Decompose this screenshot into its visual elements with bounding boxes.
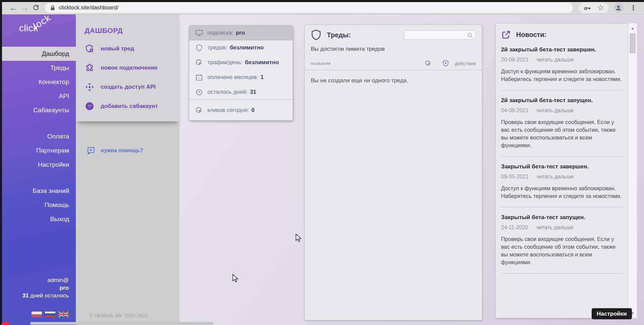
clicklock-logo[interactable]: clicklock (0, 14, 76, 40)
threads-column-header: название действия (311, 60, 476, 67)
account-info: admin@ pro 31 дней осталось (22, 276, 69, 299)
news-date: 04-08-2021 (501, 108, 529, 114)
news-item-title: Закрытый бета-тест запущен. (501, 214, 623, 221)
url-bar[interactable]: clicklock.site/dashboard/ (45, 3, 573, 13)
news-item-title: 2й закрытый бета-тест завершен. (501, 46, 623, 53)
action-label: новое подключение (101, 65, 158, 71)
bookmark-star-icon[interactable]: ☆ (597, 4, 604, 11)
read-more-link[interactable]: читать дальше (537, 57, 574, 63)
news-item: 2й закрытый бета-тест завершен. 20-09-20… (501, 40, 623, 90)
stats-header-row: подписка: pro (189, 26, 293, 40)
puzzle-icon (85, 63, 95, 73)
stat-label: тредов: (207, 44, 227, 51)
stats-row-threads: тредов: безлимитно (189, 40, 293, 55)
account-days-left: 31 дней осталось (22, 292, 69, 299)
sidebar-item-settings[interactable]: Настройки (0, 158, 76, 172)
mouse-cursor (295, 234, 302, 242)
news-item-title: 2й закрытый бета-тест запущен. (501, 97, 623, 104)
subaccount-person-icon (85, 101, 95, 111)
click-icon (195, 58, 203, 67)
calendar-icon (195, 73, 203, 82)
action-label: создать доступ API (101, 84, 156, 90)
stat-value: 1 (260, 74, 263, 81)
action-label: новый тред (101, 45, 134, 52)
days-value: 31 (22, 292, 29, 299)
thread-limit-message: Вы достигли лимита тредов (311, 46, 476, 52)
news-date: 20-09-2021 (501, 57, 529, 63)
browser-menu-icon[interactable]: ⋮ (629, 4, 638, 12)
vertical-scrollbar[interactable]: ▲ ▼ (628, 23, 637, 318)
subscription-stats-card: подписка: pro тредов: безлимитно трафик/… (189, 25, 293, 121)
sidebar: clicklock Дашборд Треды Коннектор API Са… (0, 14, 76, 325)
scroll-up-arrow[interactable]: ▲ (628, 26, 637, 31)
back-button[interactable]: ← (7, 3, 19, 13)
sidebar-item-help[interactable]: Помощь (0, 198, 76, 212)
news-body: Доступ к функциям временно заблокирован.… (501, 185, 623, 200)
stat-value: 0 (251, 107, 254, 114)
stats-row-months: оплачено месяцев: 1 (189, 70, 293, 85)
sidebar-item-payment[interactable]: Оплата (0, 129, 76, 144)
flag-uk-icon[interactable] (58, 312, 69, 317)
clock-icon (195, 88, 203, 96)
refresh-icon (32, 4, 40, 11)
flag-poland-icon[interactable] (32, 312, 42, 317)
main-content: подписка: pro тредов: безлимитно трафик/… (180, 14, 644, 325)
mouse-cursor (232, 274, 239, 283)
scrollbar-thumb[interactable] (630, 33, 636, 53)
person-icon (615, 4, 622, 11)
sidebar-nav: Дашборд Треды Коннектор API Сабакаунты О… (0, 47, 76, 226)
read-more-link[interactable]: читать дальше (537, 174, 574, 180)
read-more-link[interactable]: читать дальше (537, 108, 574, 114)
add-subaccount-action[interactable]: добавить сабакаунт (85, 101, 173, 111)
news-header: Новости: (501, 24, 623, 40)
sidebar-item-api[interactable]: API (0, 89, 76, 103)
news-item: Закрытый бета-тест запущен. 24-11-2020 ч… (501, 207, 623, 274)
column-name-label: название (311, 61, 331, 66)
url-text: clicklock.site/dashboard/ (59, 5, 118, 11)
sidebar-item-dashboard[interactable]: Дашборд (0, 47, 76, 61)
search-icon[interactable] (467, 32, 473, 38)
stat-label: кликов сегодня: (207, 107, 249, 114)
window-frame-top (0, 0, 644, 2)
new-thread-action[interactable]: новый тред (85, 44, 173, 54)
horizontal-scrollbar-thumb[interactable] (30, 322, 213, 325)
settings-tooltip[interactable]: Настройки (592, 308, 632, 319)
refresh-button[interactable] (30, 4, 42, 11)
copyright: © clicklock.site 2020-2021 (90, 313, 148, 318)
news-date: 09-05-2021 (501, 174, 529, 180)
sidebar-item-logout[interactable]: Выход (0, 212, 76, 226)
thread-search-box (404, 30, 476, 40)
news-item: 2й закрытый бета-тест запущен. 04-08-202… (501, 90, 623, 157)
news-body: Проверь свои входящие сообщения. Если у … (501, 118, 623, 149)
stat-label: осталось дней: (207, 89, 248, 95)
external-link-icon (501, 30, 511, 40)
stats-row-days-left: осталось дней: 31 (189, 85, 293, 99)
need-help-link[interactable]: нужна помощь? (87, 146, 180, 155)
sidebar-item-connector[interactable]: Коннектор (0, 75, 76, 89)
key-icon[interactable] (584, 4, 592, 12)
thread-search-input[interactable] (404, 31, 476, 39)
forward-button[interactable]: → (19, 3, 30, 13)
stats-row-traffic: трафик/день: безлимитно (189, 55, 293, 70)
threads-panel: Треды: Вы достигли лимита тредов названи… (304, 25, 482, 320)
sidebar-item-knowledge-base[interactable]: База знаний (0, 184, 76, 198)
dashboard-actions-panel: ДАШБОРД новый тред новое подключение (76, 14, 180, 121)
sidebar-item-subaccounts[interactable]: Сабакаунты (0, 103, 76, 117)
account-email: admin@ (22, 276, 69, 284)
stat-value: pro (236, 30, 245, 36)
click-filter-icon[interactable] (425, 60, 432, 67)
threads-empty-message: Вы не создали еще ни одного треда. (311, 70, 476, 84)
column-actions-label: действия (455, 61, 476, 66)
read-more-link[interactable]: читать дальше (536, 225, 574, 231)
new-connection-action[interactable]: новое подключение (85, 63, 173, 73)
create-api-access-action[interactable]: создать доступ API (85, 82, 173, 92)
stat-label: оплачено месяцев: (207, 74, 258, 81)
profile-avatar[interactable] (613, 3, 624, 13)
shield-star-icon[interactable] (442, 60, 449, 67)
flag-russia-icon[interactable] (45, 312, 55, 317)
sidebar-item-partners[interactable]: Партнерам (0, 144, 76, 158)
sidebar-item-threads[interactable]: Треды (0, 61, 76, 75)
click-icon (195, 106, 203, 115)
message-plus-icon (87, 146, 95, 155)
stat-label: подписка: (207, 30, 233, 36)
